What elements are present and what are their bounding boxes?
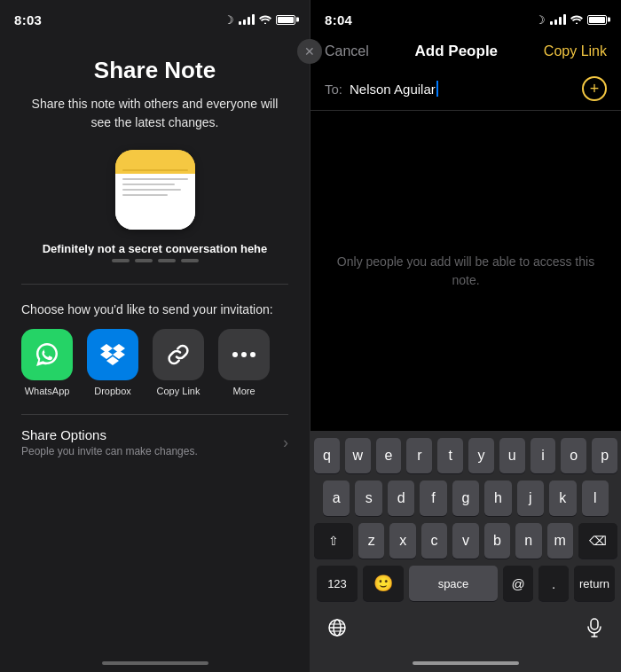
status-bar-left: 8:03 ☽ — [0, 0, 310, 39]
key-l[interactable]: l — [582, 481, 609, 516]
to-input-area[interactable]: Nelson Aguilar — [350, 81, 582, 97]
key-k[interactable]: k — [549, 481, 576, 516]
key-j[interactable]: j — [517, 481, 544, 516]
wifi-icon-left — [259, 13, 271, 27]
signal-bars-left — [239, 14, 255, 25]
wifi-icon-right — [570, 13, 583, 27]
key-t[interactable]: t — [437, 438, 463, 473]
dropbox-icon[interactable] — [87, 329, 138, 380]
key-i[interactable]: i — [531, 438, 556, 473]
battery-icon-left — [276, 15, 295, 25]
to-label: To: — [325, 82, 342, 97]
key-x[interactable]: x — [389, 523, 415, 559]
share-options-subtitle: People you invite can make changes. — [21, 445, 198, 457]
to-field: To: Nelson Aguilar + — [310, 67, 621, 111]
key-h[interactable]: h — [484, 481, 511, 516]
cancel-button[interactable]: Cancel — [325, 43, 369, 59]
app-item-whatsapp[interactable]: WhatsApp — [21, 329, 73, 396]
invitation-section: Choose how you'd like to send your invit… — [21, 288, 288, 470]
divider — [21, 284, 288, 285]
invitation-label: Choose how you'd like to send your invit… — [21, 302, 288, 316]
notes-app-icon — [115, 150, 195, 230]
app-item-more[interactable]: More — [218, 329, 270, 396]
app-item-copylink[interactable]: Copy Link — [153, 329, 204, 396]
svg-point-5 — [232, 352, 238, 357]
right-panel: 8:04 ☽ Cancel Add People Copy Link To — [310, 0, 621, 672]
moon-icon-left: ☽ — [224, 13, 234, 27]
keyboard-row-4: 123 🙂 space @ . return — [314, 566, 617, 601]
key-e[interactable]: e — [376, 438, 402, 473]
shift-key[interactable]: ⇧ — [314, 523, 353, 559]
home-indicator-left — [0, 654, 310, 672]
key-u[interactable]: u — [499, 438, 525, 473]
text-cursor — [436, 81, 438, 97]
numbers-key[interactable]: 123 — [317, 566, 358, 601]
emoji-key[interactable]: 🙂 — [363, 566, 404, 601]
key-g[interactable]: g — [452, 481, 479, 516]
svg-rect-13 — [591, 619, 598, 629]
whatsapp-label: WhatsApp — [25, 386, 70, 396]
return-key[interactable]: return — [574, 566, 615, 601]
key-c[interactable]: c — [421, 523, 447, 559]
key-z[interactable]: z — [358, 523, 384, 559]
key-d[interactable]: d — [388, 481, 414, 516]
moon-icon-right: ☽ — [535, 13, 546, 27]
more-icon[interactable] — [218, 329, 270, 380]
add-recipient-button[interactable]: + — [582, 76, 607, 101]
key-r[interactable]: r — [406, 438, 432, 473]
battery-icon-right — [587, 15, 607, 25]
globe-icon[interactable] — [321, 612, 353, 644]
svg-point-6 — [241, 352, 247, 357]
share-note-title: Share Note — [94, 57, 216, 84]
keyboard: q w e r t y u i o p a s d f g h j k l ⇧ … — [310, 431, 621, 654]
share-note-content: Share Note Share this note with others a… — [0, 39, 310, 654]
access-text: Only people you add will be able to acce… — [328, 253, 603, 290]
status-icons-right: ☽ — [535, 13, 607, 27]
key-w[interactable]: w — [345, 438, 371, 473]
share-note-description: Share this note with others and everyone… — [21, 95, 288, 132]
key-b[interactable]: b — [484, 523, 510, 559]
whatsapp-icon[interactable] — [21, 329, 73, 380]
key-m[interactable]: m — [547, 523, 573, 559]
key-s[interactable]: s — [355, 481, 381, 516]
key-q[interactable]: q — [314, 438, 340, 473]
microphone-icon[interactable] — [578, 612, 610, 644]
dropbox-label: Dropbox — [94, 386, 131, 396]
at-key[interactable]: @ — [503, 566, 533, 601]
space-key[interactable]: space — [409, 566, 498, 601]
recipient-name: Nelson Aguilar — [350, 82, 436, 97]
key-y[interactable]: y — [468, 438, 494, 473]
svg-marker-3 — [113, 350, 125, 359]
note-filename: Definitely not a secret conversation heh… — [43, 242, 268, 255]
add-people-header: Cancel Add People Copy Link — [310, 39, 621, 67]
keyboard-row-2: a s d f g h j k l — [314, 481, 617, 516]
status-icons-left: ☽ — [224, 13, 295, 27]
delete-key[interactable]: ⌫ — [578, 523, 617, 559]
chevron-right-icon: › — [283, 434, 288, 452]
note-subtitle — [112, 259, 199, 262]
left-panel: 8:03 ☽ Share Note Share this note with o… — [0, 0, 310, 672]
copylink-label: Copy Link — [157, 386, 200, 396]
period-key[interactable]: . — [538, 566, 569, 601]
close-button[interactable]: ✕ — [297, 39, 322, 64]
add-people-title: Add People — [415, 43, 499, 60]
copylink-icon[interactable] — [153, 329, 204, 380]
share-options-row[interactable]: Share Options People you invite can make… — [21, 414, 288, 470]
time-left: 8:03 — [14, 12, 42, 27]
key-v[interactable]: v — [452, 523, 478, 559]
copy-link-button[interactable]: Copy Link — [544, 43, 607, 59]
key-p[interactable]: p — [592, 438, 617, 473]
key-o[interactable]: o — [561, 438, 586, 473]
home-indicator-right — [310, 654, 621, 672]
time-right: 8:04 — [325, 12, 352, 27]
key-n[interactable]: n — [515, 523, 541, 559]
svg-point-7 — [250, 352, 255, 357]
access-text-area: Only people you add will be able to acce… — [310, 111, 621, 431]
keyboard-row-1: q w e r t y u i o p — [314, 438, 617, 473]
keyboard-row-3: ⇧ z x c v b n m ⌫ — [314, 523, 617, 559]
key-a[interactable]: a — [323, 481, 350, 516]
signal-bars-right — [550, 14, 566, 25]
more-label: More — [232, 386, 255, 396]
app-item-dropbox[interactable]: Dropbox — [87, 329, 138, 396]
key-f[interactable]: f — [420, 481, 446, 516]
